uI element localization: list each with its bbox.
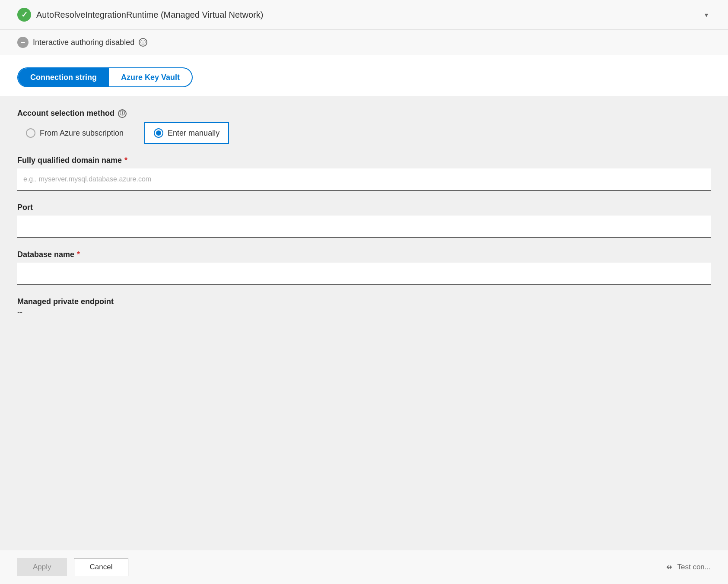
port-input[interactable] <box>17 216 711 238</box>
managed-private-endpoint-value: -- <box>17 308 711 317</box>
fqdn-required-marker: * <box>124 156 127 165</box>
from-subscription-label: From Azure subscription <box>40 129 124 138</box>
test-connection-label[interactable]: Test con... <box>677 563 711 571</box>
form-section: Account selection method ⓘ From Azure su… <box>0 96 728 550</box>
cancel-button[interactable]: Cancel <box>74 558 129 576</box>
connection-type-toggle: Connection string Azure Key Vault <box>17 67 193 87</box>
azure-key-vault-tab[interactable]: Azure Key Vault <box>109 68 192 86</box>
managed-private-endpoint-label: Managed private endpoint <box>17 297 711 306</box>
account-selection-group: Account selection method ⓘ From Azure su… <box>17 109 711 144</box>
fqdn-input[interactable] <box>17 168 711 191</box>
database-name-label: Database name * <box>17 250 711 259</box>
runtime-dropdown-chevron[interactable]: ▾ <box>702 10 711 19</box>
runtime-name: AutoResolveIntegrationRuntime (Managed V… <box>36 10 263 20</box>
database-name-input[interactable] <box>17 263 711 285</box>
authoring-section: Interactive authoring disabled ⓘ <box>0 30 728 55</box>
action-bar: Apply Cancel Test con... <box>0 550 728 584</box>
enter-manually-radio[interactable] <box>154 128 163 138</box>
connection-string-tab[interactable]: Connection string <box>18 68 109 86</box>
account-selection-info-icon[interactable]: ⓘ <box>118 109 127 118</box>
test-connection-area: Test con... <box>664 562 711 572</box>
database-name-group: Database name * <box>17 250 711 285</box>
action-bar-left: Apply Cancel <box>17 558 128 576</box>
enter-manually-label: Enter manually <box>168 129 219 138</box>
account-selection-label: Account selection method ⓘ <box>17 109 711 118</box>
authoring-status-icon <box>17 37 29 48</box>
enter-manually-option[interactable]: Enter manually <box>144 122 229 144</box>
database-name-required-marker: * <box>77 250 80 259</box>
test-connection-icon <box>664 562 674 572</box>
runtime-left: AutoResolveIntegrationRuntime (Managed V… <box>17 8 693 22</box>
fqdn-group: Fully qualified domain name * <box>17 156 711 191</box>
managed-private-endpoint-group: Managed private endpoint -- <box>17 297 711 317</box>
from-subscription-option[interactable]: From Azure subscription <box>17 123 132 143</box>
tab-section: Connection string Azure Key Vault <box>0 55 728 96</box>
apply-button: Apply <box>17 558 67 576</box>
radio-group: From Azure subscription Enter manually <box>17 122 711 144</box>
main-container: AutoResolveIntegrationRuntime (Managed V… <box>0 0 728 584</box>
runtime-status-icon <box>17 8 31 22</box>
fqdn-label: Fully qualified domain name * <box>17 156 711 165</box>
authoring-label: Interactive authoring disabled <box>33 38 134 47</box>
authoring-info-icon[interactable]: ⓘ <box>139 38 147 47</box>
port-group: Port <box>17 203 711 238</box>
port-label: Port <box>17 203 711 212</box>
runtime-section: AutoResolveIntegrationRuntime (Managed V… <box>0 0 728 30</box>
from-subscription-radio[interactable] <box>26 128 35 138</box>
